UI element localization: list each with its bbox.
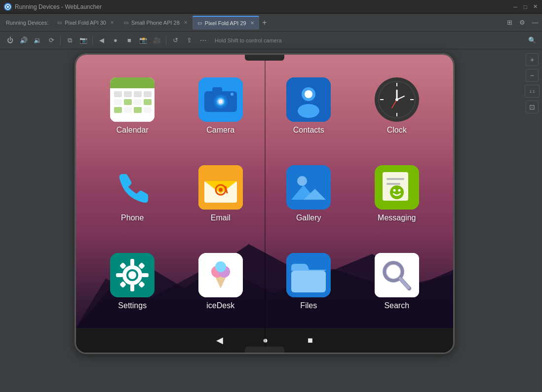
running-devices-label: Running Devices: [2,20,52,26]
svg-point-60 [390,185,404,199]
svg-rect-29 [212,87,222,92]
layout-icon[interactable]: ⊞ [504,18,514,28]
app-search[interactable]: Search [355,240,439,323]
app-icedesk[interactable]: iceDesk [179,240,263,323]
svg-rect-6 [110,85,155,88]
inspector-button[interactable]: 🔍 [526,35,538,46]
app-clock[interactable]: Clock [355,65,439,147]
svg-rect-16 [124,107,132,113]
settings-icon[interactable]: ⚙ [517,18,527,28]
app-gallery[interactable]: Gallery [267,152,350,235]
title-bar-controls: ─ □ ✕ [512,4,538,10]
nav-recents-button[interactable]: ■ [308,335,313,346]
phone-icon [110,165,155,210]
email-label: Email [211,214,231,222]
more-button[interactable]: ⋯ [197,35,209,46]
svg-point-1 [7,6,9,8]
app-email[interactable]: Email [179,152,263,235]
refresh-button[interactable]: ↺ [169,35,181,46]
svg-rect-9 [134,91,142,97]
minimize-button[interactable]: ─ [512,4,518,10]
camera-tool-button[interactable]: 📸 [137,35,149,46]
tab-close-2[interactable]: ✕ [184,20,188,25]
menu-icon[interactable]: — [530,18,540,28]
toolbar: ⏻ 🔊 🔉 ⟳ ⧉ 📷 ◀ ● ■ 📸 🎥 ↺ ⇧ ⋯ Hold Shift t… [0,32,542,49]
left-sidebar [0,49,7,392]
calendar-label: Calendar [116,126,149,135]
nav-back-button[interactable]: ◀ [216,335,223,346]
resize-button[interactable]: ⊡ [526,101,539,113]
svg-point-78 [215,261,226,272]
main-content: Calendar [0,49,542,392]
camera-label: Camera [206,126,234,135]
email-icon [198,165,243,210]
close-button[interactable]: ✕ [532,4,538,10]
tab-label-1: Pixel Fold API 30 [65,20,106,26]
fold-connector-top [245,55,284,61]
back-button[interactable]: ◀ [96,35,108,46]
svg-rect-67 [130,285,134,291]
files-label: Files [300,301,317,310]
tab-bar-right: ⊞ ⚙ — [504,18,540,28]
svg-rect-18 [144,107,152,113]
svg-rect-69 [142,273,149,277]
separator-1 [60,36,61,45]
screenshot-button[interactable]: 📷 [77,35,89,46]
tab-phone-icon-2: ▭ [124,20,128,25]
emulator-area: Calendar [7,49,522,392]
zoom-in-button[interactable]: + [526,53,539,66]
app-grid: Calendar [91,65,438,323]
record-button[interactable]: ● [110,35,121,46]
clock-label: Clock [387,126,407,135]
contacts-label: Contacts [293,126,324,135]
svg-rect-66 [130,259,134,266]
tab-bar: Running Devices: ▭ Pixel Fold API 30 ✕ ▭… [0,14,542,32]
share-button[interactable]: ⇧ [183,35,195,46]
svg-rect-58 [387,178,404,180]
separator-3 [166,36,166,45]
maximize-button[interactable]: □ [522,4,528,10]
svg-point-30 [231,93,233,96]
clock-icon [375,77,419,122]
svg-point-34 [298,104,319,118]
app-settings[interactable]: Settings [91,240,174,323]
fold-connector-bottom [245,347,284,353]
tab-pixel-fold-29[interactable]: ▭ Pixel Fold API 29 ✕ [193,16,259,30]
ratio-button[interactable]: 1:1 [525,85,540,98]
svg-rect-20 [144,99,152,105]
fold-button[interactable]: ⧉ [64,35,76,46]
stop-button[interactable]: ■ [123,35,135,46]
video-button[interactable]: 🎥 [151,35,163,46]
tab-add-button[interactable]: + [259,17,270,28]
toolbar-hint: Hold Shift to control camera [215,37,282,43]
app-messaging[interactable]: Messaging [355,152,439,235]
tab-close-3[interactable]: ✕ [250,20,254,26]
zoom-out-button[interactable]: − [526,69,539,82]
camera-icon [198,77,243,122]
tab-pixel-fold-30[interactable]: ▭ Pixel Fold API 30 ✕ [52,16,119,30]
tab-close-1[interactable]: ✕ [110,20,114,25]
gallery-icon [286,165,331,210]
app-camera[interactable]: Camera [179,65,263,147]
files-icon [286,253,331,297]
svg-point-28 [219,100,223,104]
nav-home-button[interactable]: ● [263,335,268,346]
volume-down-button[interactable]: 🔉 [32,35,43,46]
right-sidebar: + − 1:1 ⊡ [522,49,542,392]
svg-rect-22 [134,107,142,113]
messaging-label: Messaging [378,214,416,222]
app-calendar[interactable]: Calendar [91,65,174,147]
search-icon-app [375,253,419,297]
power-button[interactable]: ⏻ [4,35,16,46]
tab-phone-icon-3: ▭ [197,20,202,26]
app-contacts[interactable]: Contacts [267,65,350,147]
svg-rect-11 [114,99,122,105]
app-phone[interactable]: Phone [91,152,174,235]
tab-small-phone-28[interactable]: ▭ Small Phone API 28 ✕ [119,16,193,30]
title-bar-text: Running Devices - WebLauncher [15,3,512,10]
rotate-button[interactable]: ⟳ [45,35,57,46]
svg-point-53 [297,176,307,186]
svg-point-61 [393,189,395,192]
volume-up-button[interactable]: 🔊 [18,35,30,46]
app-files[interactable]: Files [267,240,350,323]
